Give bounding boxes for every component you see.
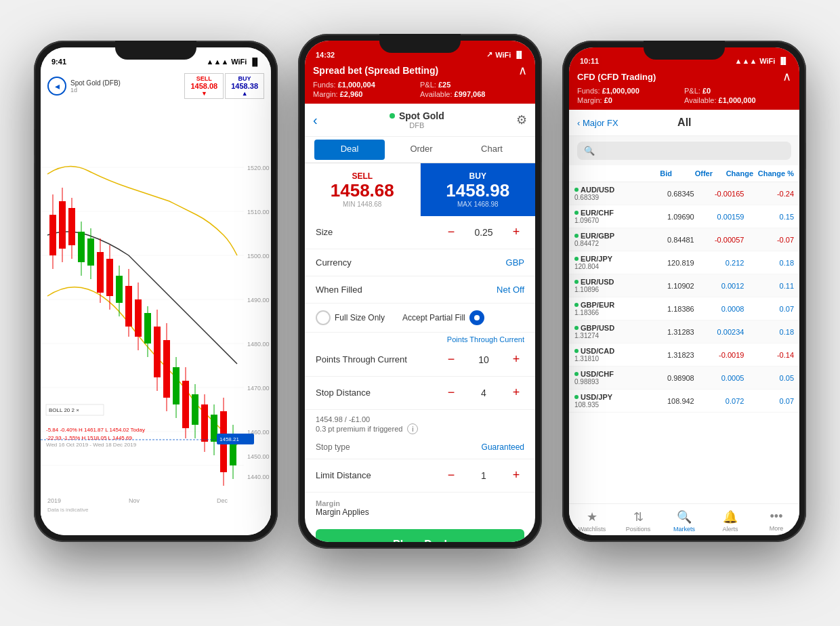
points-increase-btn[interactable]: + (508, 352, 524, 368)
volume-down-button[interactable] (34, 163, 35, 190)
size-decrease-btn[interactable]: − (443, 224, 459, 241)
svg-rect-37 (135, 299, 142, 337)
right-margin-label: Margin: (577, 96, 602, 104)
market-bid-small-USD/CAD: 1.31810 (574, 355, 644, 362)
stop-increase-btn[interactable]: + (508, 385, 524, 401)
search-input-wrap[interactable]: 🔍 (577, 142, 791, 160)
funds-value: £1,000,004 (338, 81, 375, 89)
info-icon[interactable]: i (407, 423, 418, 434)
back-icon: ◂ (55, 81, 60, 91)
stop-stepper: − 4 + (443, 385, 524, 401)
svg-rect-39 (144, 313, 151, 343)
right-available-value: £1,000,000 (719, 96, 756, 104)
full-size-toggle[interactable] (316, 310, 331, 325)
place-deal-button[interactable]: Place Deal (316, 529, 524, 542)
battery-icon-right: ▐▌ (778, 57, 789, 65)
svg-text:Wed 16 Oct 2019 - Wed 18 Dec 2: Wed 16 Oct 2019 - Wed 18 Dec 2019 (46, 442, 137, 448)
market-offer-USD/CHF: 0.98908 (644, 374, 694, 382)
right-available-label: Available: (684, 96, 717, 104)
market-pair-text-GBP/USD: GBP/USD (581, 324, 614, 332)
size-increase-btn[interactable]: + (508, 224, 524, 241)
tab-deal[interactable]: Deal (314, 140, 385, 160)
nav-positions[interactable]: ⇅ Positions (615, 509, 661, 533)
right-header-close[interactable]: ∧ (782, 69, 791, 84)
partial-fill-toggle[interactable] (469, 310, 484, 325)
nav-watchlists[interactable]: ★ Watchlists (569, 509, 615, 533)
nav-back-button[interactable]: ‹ Major FX (577, 118, 618, 128)
limit-label: Limit Distance (316, 470, 443, 480)
market-row-EUR-CHF[interactable]: EUR/CHF 1.09670 1.09690 0.00159 0.15 (569, 205, 799, 228)
market-row-USD-CHF[interactable]: USD/CHF 0.98893 0.98908 0.0005 0.05 (569, 367, 799, 390)
full-size-option[interactable]: Full Size Only (316, 310, 385, 325)
limit-decrease-btn[interactable]: − (443, 467, 459, 484)
market-change-pct-EUR/USD: 0.11 (744, 282, 794, 290)
tab-chart[interactable]: Chart (457, 137, 527, 163)
partial-fill-option[interactable]: Accept Partial Fill (402, 310, 484, 325)
middle-phone: 14:32 ↗ WiFi ▐▌ Spread bet (Spread Betti… (298, 34, 542, 549)
middle-phone-screen: 14:32 ↗ WiFi ▐▌ Spread bet (Spread Betti… (305, 41, 535, 542)
limit-increase-btn[interactable]: + (508, 467, 524, 484)
settings-icon[interactable]: ⚙ (516, 112, 527, 127)
svg-text:1490.00: 1490.00 (247, 297, 270, 304)
market-bid-small-GBP/USD: 1.31274 (574, 332, 644, 339)
right-pl-label: P&L: (684, 87, 700, 95)
nav-alerts[interactable]: 🔔 Alerts (707, 509, 753, 533)
market-row-EUR-GBP[interactable]: EUR/GBP 0.84472 0.84481 -0.00057 -0.07 (569, 228, 799, 251)
header-close-icon[interactable]: ∧ (518, 63, 527, 78)
market-row-USD-JPY[interactable]: USD/JPY 108.935 108.942 0.072 0.07 (569, 390, 799, 413)
status-icons-left: ▲▲▲ WiFi ▐▌ (207, 58, 260, 66)
points-decrease-btn[interactable]: − (443, 352, 459, 368)
market-row-USD-CAD[interactable]: USD/CAD 1.31810 1.31823 -0.0019 -0.14 (569, 343, 799, 367)
market-dot-EUR/GBP (574, 234, 579, 238)
market-row-EUR-JPY[interactable]: EUR/JPY 120.804 120.819 0.212 0.18 (569, 251, 799, 274)
power-button-mid[interactable] (541, 135, 542, 163)
power-button-right[interactable] (805, 142, 806, 169)
market-name-EUR/CHF: EUR/CHF 1.09670 (574, 209, 644, 224)
back-chevron[interactable]: ‹ (313, 112, 318, 128)
right-header: CFD (CFD Trading) ∧ Funds: £1,000,000 P&… (569, 65, 799, 110)
market-bid-small-EUR/GBP: 0.84472 (574, 240, 644, 247)
stop-type-value[interactable]: Guaranteed (482, 442, 524, 452)
tab-order[interactable]: Order (386, 137, 457, 163)
signal-icon-mid: ↗ (486, 50, 492, 59)
market-row-GBP-USD[interactable]: GBP/USD 1.31274 1.31283 0.00234 0.18 (569, 320, 799, 343)
market-pair-EUR/JPY: EUR/JPY (574, 255, 644, 263)
buy-box[interactable]: BUY 1458.98 MAX 1468.98 (421, 163, 536, 216)
when-filled-value[interactable]: Net Off (497, 285, 524, 295)
chart-buy-box[interactable]: BUY 1458.38 ▲ (225, 73, 264, 99)
stop-decrease-btn[interactable]: − (443, 385, 459, 401)
currency-value[interactable]: GBP (506, 257, 524, 268)
power-button[interactable] (277, 142, 278, 169)
sell-price: 1458.68 (313, 181, 412, 201)
market-offer-USD/JPY: 108.942 (644, 397, 694, 405)
market-row-EUR-USD[interactable]: EUR/USD 1.10896 1.10902 0.0012 0.11 (569, 274, 799, 297)
market-pair-USD/JPY: USD/JPY (574, 393, 644, 401)
back-button-chart[interactable]: ◂ (47, 77, 66, 96)
chart-sell-box[interactable]: SELL 1458.08 ▼ (184, 73, 224, 99)
market-pair-text-USD/CHF: USD/CHF (581, 370, 614, 378)
svg-text:1440.00: 1440.00 (247, 474, 270, 480)
market-change-USD/CHF: 0.0005 (694, 374, 744, 382)
right-header-info: Funds: £1,000,000 P&L: £0 (577, 87, 791, 95)
pl-value: £25 (438, 81, 450, 89)
volume-down-button-mid[interactable] (298, 156, 299, 183)
markets-icon: 🔍 (677, 509, 692, 524)
right-margin-value: £0 (604, 96, 612, 104)
sell-box[interactable]: SELL 1458.68 MIN 1448.68 (305, 163, 421, 216)
right-header-info-2: Margin: £0 Available: £1,000,000 (577, 96, 791, 104)
market-offer-GBP/USD: 1.31283 (644, 328, 694, 336)
watchlists-label: Watchlists (579, 526, 606, 533)
col-change-header: Change (713, 169, 753, 178)
market-name-GBP/USD: GBP/USD 1.31274 (574, 324, 644, 339)
market-change-EUR/USD: 0.0012 (694, 282, 744, 290)
market-offer-EUR/JPY: 120.819 (644, 259, 694, 267)
svg-rect-33 (116, 276, 123, 303)
market-row-AUD-USD[interactable]: AUD/USD 0.68339 0.68345 -0.00165 -0.24 (569, 182, 799, 205)
volume-down-button-right[interactable] (562, 163, 563, 190)
volume-up-button-right[interactable] (562, 129, 563, 156)
volume-up-button-mid[interactable] (298, 122, 299, 149)
nav-more[interactable]: ••• More (753, 509, 799, 533)
nav-markets[interactable]: 🔍 Markets (661, 509, 707, 533)
volume-up-button[interactable] (34, 129, 35, 156)
market-row-GBP-EUR[interactable]: GBP/EUR 1.18366 1.18386 0.0008 0.07 (569, 297, 799, 320)
